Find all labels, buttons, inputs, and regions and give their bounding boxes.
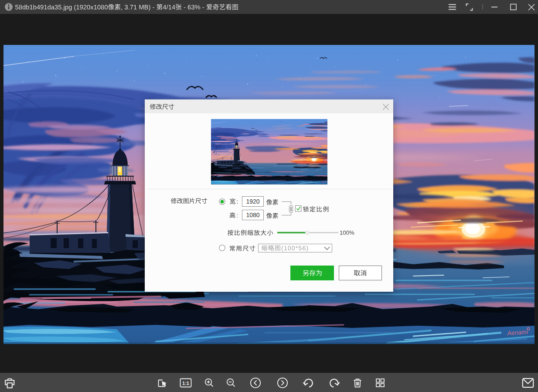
svg-text:1:1: 1:1	[182, 381, 189, 386]
